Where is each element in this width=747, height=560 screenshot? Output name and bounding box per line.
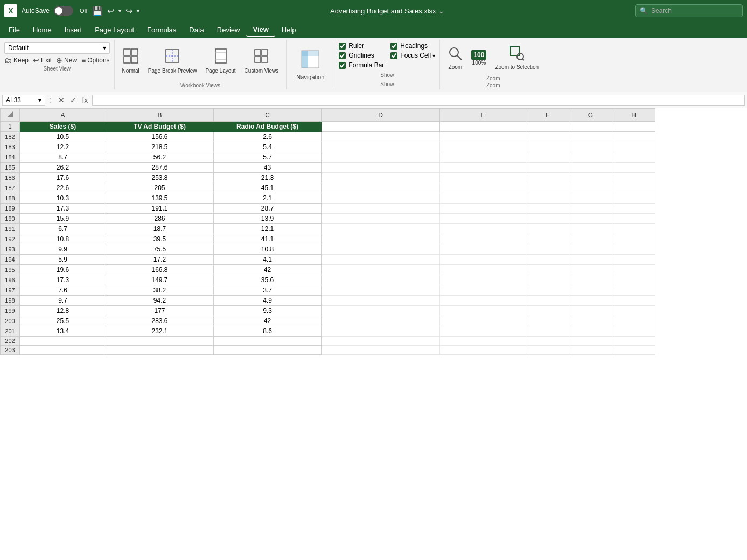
cell-186-1[interactable]: 253.8 [106, 173, 214, 183]
col-header-H[interactable]: H [612, 109, 655, 122]
undo-icon[interactable]: ↩ [107, 6, 114, 16]
cell-191-5[interactable] [526, 224, 569, 234]
cell-187-6[interactable] [569, 183, 612, 193]
cell-184-0[interactable]: 8.7 [20, 152, 106, 163]
cell-197-1[interactable]: 38.2 [106, 285, 214, 296]
header-cell-2[interactable]: Radio Ad Budget ($) [214, 122, 322, 132]
cell-184-2[interactable]: 5.7 [214, 152, 322, 163]
cell-189-2[interactable]: 28.7 [214, 204, 322, 214]
cell-193-4[interactable] [440, 244, 526, 255]
cell-201-0[interactable]: 13.4 [20, 326, 106, 337]
col-header-E[interactable]: E [440, 109, 526, 122]
cell-183-4[interactable] [440, 142, 526, 152]
cell-203-0[interactable] [20, 346, 106, 355]
cell-194-3[interactable] [322, 255, 440, 265]
sv-action-keep[interactable]: 🗂Keep [4, 56, 29, 65]
cell-191-1[interactable]: 18.7 [106, 224, 214, 234]
cell-194-1[interactable]: 17.2 [106, 255, 214, 265]
cell-199-3[interactable] [322, 306, 440, 316]
header-cell-0[interactable]: Sales ($) [20, 122, 106, 132]
wv-btn-normal[interactable]: Normal [119, 46, 143, 76]
cell-187-5[interactable] [526, 183, 569, 193]
cell-199-7[interactable] [612, 306, 655, 316]
cell-199-6[interactable] [569, 306, 612, 316]
cell-189-6[interactable] [569, 204, 612, 214]
cell-197-3[interactable] [322, 285, 440, 296]
cell-195-4[interactable] [440, 265, 526, 275]
cell-202-3[interactable] [322, 337, 440, 346]
cell-190-5[interactable] [526, 214, 569, 224]
formula-input[interactable] [92, 95, 745, 106]
cell-200-4[interactable] [440, 316, 526, 326]
cell-187-1[interactable]: 205 [106, 183, 214, 193]
header-cell-4[interactable] [440, 122, 526, 132]
cell-185-1[interactable]: 287.6 [106, 163, 214, 173]
cell-191-3[interactable] [322, 224, 440, 234]
cell-185-6[interactable] [569, 163, 612, 173]
cell-197-6[interactable] [569, 285, 612, 296]
cell-197-4[interactable] [440, 285, 526, 296]
cell-185-4[interactable] [440, 163, 526, 173]
cell-192-7[interactable] [612, 234, 655, 244]
cell-200-0[interactable]: 25.5 [20, 316, 106, 326]
row-header-190[interactable]: 190 [1, 214, 20, 224]
cell-203-2[interactable] [214, 346, 322, 355]
cell-194-4[interactable] [440, 255, 526, 265]
menu-item-file[interactable]: File [2, 24, 26, 36]
cell-189-1[interactable]: 191.1 [106, 204, 214, 214]
cell-199-5[interactable] [526, 306, 569, 316]
row-header-186[interactable]: 186 [1, 173, 20, 183]
cell-201-7[interactable] [612, 326, 655, 337]
cell-191-4[interactable] [440, 224, 526, 234]
cell-184-5[interactable] [526, 152, 569, 163]
col-header-A[interactable]: A [20, 109, 106, 122]
cell-183-0[interactable]: 12.2 [20, 142, 106, 152]
cell-192-0[interactable]: 10.8 [20, 234, 106, 244]
cell-198-7[interactable] [612, 296, 655, 306]
col-header-D[interactable]: D [322, 109, 440, 122]
row-header-197[interactable]: 197 [1, 285, 20, 296]
cell-198-0[interactable]: 9.7 [20, 296, 106, 306]
cell-191-2[interactable]: 12.1 [214, 224, 322, 234]
cell-195-0[interactable]: 19.6 [20, 265, 106, 275]
col-header-F[interactable]: F [526, 109, 569, 122]
wv-btn-page-layout[interactable]: Page Layout [202, 46, 239, 76]
cell-182-1[interactable]: 156.6 [106, 132, 214, 142]
cell-203-5[interactable] [526, 346, 569, 355]
cell-183-5[interactable] [526, 142, 569, 152]
cell-198-1[interactable]: 94.2 [106, 296, 214, 306]
cell-190-6[interactable] [569, 214, 612, 224]
cell-185-5[interactable] [526, 163, 569, 173]
checkbox-ruler[interactable]: Ruler [339, 42, 384, 50]
gridlines-checkbox[interactable] [339, 52, 346, 59]
wv-btn-page-break-preview[interactable]: Page Break Preview [145, 46, 200, 76]
cell-201-5[interactable] [526, 326, 569, 337]
spreadsheet[interactable]: ABCDEFGH1Sales ($)TV Ad Budget ($)Radio … [0, 108, 747, 560]
cell-198-6[interactable] [569, 296, 612, 306]
cell-202-6[interactable] [569, 337, 612, 346]
cell-199-4[interactable] [440, 306, 526, 316]
cell-190-4[interactable] [440, 214, 526, 224]
cell-188-2[interactable]: 2.1 [214, 193, 322, 204]
cell-197-0[interactable]: 7.6 [20, 285, 106, 296]
menu-item-view[interactable]: View [246, 23, 275, 37]
redo-icon[interactable]: ↪ [125, 6, 132, 16]
cell-183-2[interactable]: 5.4 [214, 142, 322, 152]
cell-200-1[interactable]: 283.6 [106, 316, 214, 326]
header-cell-6[interactable] [569, 122, 612, 132]
sheet-view-select[interactable]: Default ▾ [4, 42, 110, 54]
cell-190-1[interactable]: 286 [106, 214, 214, 224]
row-header-201[interactable]: 201 [1, 326, 20, 337]
cell-193-1[interactable]: 75.5 [106, 244, 214, 255]
cell-200-6[interactable] [569, 316, 612, 326]
sv-action-new[interactable]: ⊕New [56, 56, 77, 65]
cell-189-4[interactable] [440, 204, 526, 214]
cell-188-1[interactable]: 139.5 [106, 193, 214, 204]
cell-195-2[interactable]: 42 [214, 265, 322, 275]
cell-183-1[interactable]: 218.5 [106, 142, 214, 152]
zoom-button[interactable]: Zoom [444, 45, 466, 71]
cell-196-6[interactable] [569, 275, 612, 285]
cell-186-2[interactable]: 21.3 [214, 173, 322, 183]
cell-186-3[interactable] [322, 173, 440, 183]
cell-192-6[interactable] [569, 234, 612, 244]
